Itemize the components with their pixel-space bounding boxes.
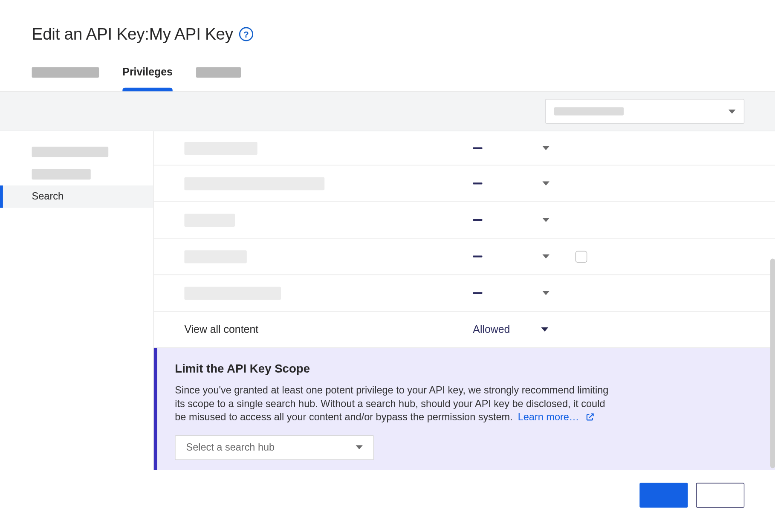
placeholder-bar	[184, 250, 246, 263]
placeholder-bar	[184, 177, 324, 190]
footer-actions	[0, 470, 775, 507]
placeholder-bar	[32, 147, 109, 157]
placeholder-bar	[184, 286, 281, 299]
placeholder-bar	[554, 107, 624, 115]
dash-icon	[473, 256, 482, 257]
dash-icon	[473, 147, 482, 149]
page-title-key-name: My API Key	[149, 25, 233, 43]
scope-info-panel: Limit the API Key Scope Since you've gra…	[154, 348, 775, 470]
tabs: Privileges	[0, 43, 775, 92]
privilege-row	[154, 165, 775, 202]
tab-privileges[interactable]: Privileges	[122, 66, 173, 91]
privilege-label: View all content	[184, 323, 258, 335]
filter-bar	[0, 92, 775, 132]
privilege-row	[154, 131, 775, 165]
external-link-icon	[585, 412, 595, 422]
scrollbar[interactable]	[770, 258, 775, 468]
primary-button[interactable]	[639, 483, 688, 508]
search-hub-select[interactable]: Select a search hub	[175, 435, 374, 460]
placeholder-bar	[184, 142, 257, 154]
privilege-row-view-all-content: View all content Allowed	[154, 312, 775, 348]
chevron-down-icon	[729, 109, 736, 113]
sidebar-item-search[interactable]: Search	[0, 185, 153, 208]
sidebar-item-placeholder-1[interactable]	[0, 141, 153, 163]
dash-icon	[473, 219, 482, 221]
tab-placeholder-1[interactable]	[32, 67, 99, 90]
privilege-row	[154, 239, 775, 275]
chevron-down-icon[interactable]	[541, 327, 549, 332]
chevron-down-icon[interactable]	[542, 182, 549, 186]
privilege-row	[154, 275, 775, 312]
page-title-prefix: Edit an API Key:	[32, 25, 149, 43]
placeholder-bar	[32, 169, 91, 179]
chevron-down-icon[interactable]	[542, 146, 549, 150]
info-title: Limit the API Key Scope	[175, 362, 752, 376]
placeholder-bar	[32, 67, 99, 78]
learn-more-link[interactable]: Learn more…	[518, 411, 595, 422]
privilege-value: Allowed	[473, 323, 514, 335]
info-body: Since you've granted at least one potent…	[175, 384, 616, 425]
sidebar-item-placeholder-2[interactable]	[0, 163, 153, 185]
dash-icon	[473, 292, 482, 294]
secondary-button[interactable]	[696, 483, 744, 508]
help-icon[interactable]: ?	[239, 27, 253, 41]
sidebar: Search	[0, 131, 153, 470]
placeholder-bar	[196, 67, 241, 78]
privilege-checkbox[interactable]	[575, 251, 587, 263]
dash-icon	[473, 182, 482, 184]
select-placeholder: Select a search hub	[186, 442, 275, 454]
chevron-down-icon[interactable]	[542, 291, 549, 295]
chevron-down-icon[interactable]	[542, 254, 549, 259]
chevron-down-icon	[356, 445, 363, 450]
tab-placeholder-2[interactable]	[196, 67, 241, 90]
placeholder-bar	[184, 214, 235, 226]
privilege-row	[154, 202, 775, 239]
filter-select[interactable]	[545, 99, 744, 124]
chevron-down-icon[interactable]	[542, 218, 549, 222]
privileges-list: View all content Allowed Limit the API K…	[153, 131, 775, 470]
